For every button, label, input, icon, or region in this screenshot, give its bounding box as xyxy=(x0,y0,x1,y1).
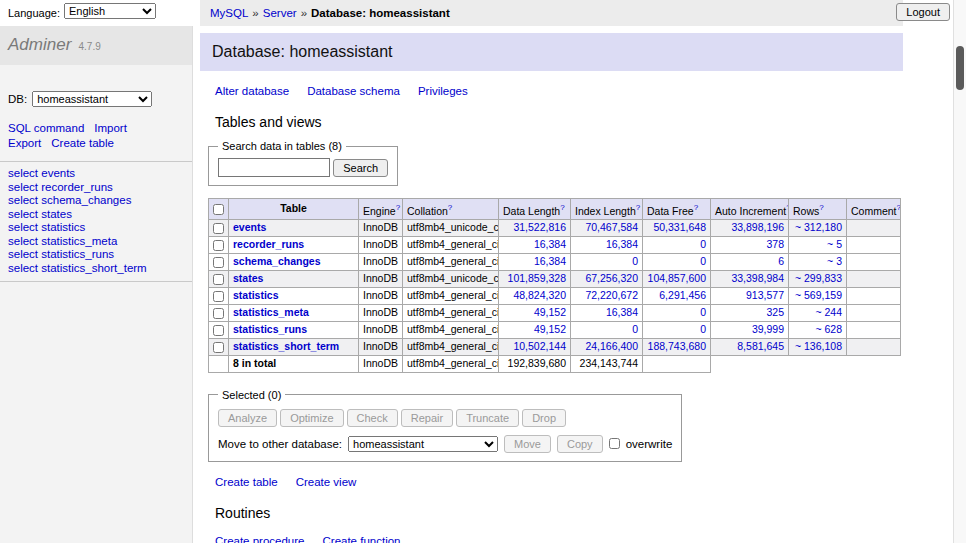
cell-data-length-link[interactable]: 16,384 xyxy=(534,255,566,267)
sidebar-item-select-recorder-runs[interactable]: select recorder_runs xyxy=(8,181,113,193)
table-link-recorder-runs[interactable]: recorder_runs xyxy=(233,238,304,250)
table-link-statistics[interactable]: statistics xyxy=(233,289,279,301)
database-schema-link[interactable]: Database schema xyxy=(307,85,400,97)
create-function-link[interactable]: Create function xyxy=(323,535,401,543)
row-checkbox-statistics[interactable] xyxy=(213,291,224,302)
select-all-checkbox[interactable] xyxy=(213,204,224,215)
table-link-schema-changes[interactable]: schema_changes xyxy=(233,255,321,267)
cell-rows-link[interactable]: ~ 136,108 xyxy=(795,340,842,352)
row-checkbox-recorder-runs[interactable] xyxy=(213,240,224,251)
cell-rows-link[interactable]: ~ 299,833 xyxy=(795,272,842,284)
cell-auto-increment-link[interactable]: 33,898,196 xyxy=(731,221,784,233)
create-table-link-sidebar[interactable]: Create table xyxy=(51,137,114,149)
cell-rows-link[interactable]: ~ 628 xyxy=(815,323,842,335)
cell-data-free-link[interactable]: 50,331,648 xyxy=(653,221,706,233)
cell-index-length-link[interactable]: 24,166,400 xyxy=(585,340,638,352)
row-checkbox-statistics-short-term[interactable] xyxy=(213,342,224,353)
row-checkbox-states[interactable] xyxy=(213,274,224,285)
table-link-states[interactable]: states xyxy=(233,272,263,284)
cell-index-length-link[interactable]: 16,384 xyxy=(606,306,638,318)
import-link[interactable]: Import xyxy=(94,122,127,134)
breadcrumb-server-link[interactable]: Server xyxy=(263,7,297,19)
cell-index-length-link[interactable]: 0 xyxy=(632,255,638,267)
move-db-select[interactable]: homeassistant xyxy=(348,436,498,452)
alter-database-link[interactable]: Alter database xyxy=(215,85,289,97)
overwrite-checkbox[interactable] xyxy=(609,438,620,449)
sidebar-item-select-statistics-runs[interactable]: select statistics_runs xyxy=(8,248,114,260)
table-link-statistics-runs[interactable]: statistics_runs xyxy=(233,323,307,335)
cell-data-length-link[interactable]: 49,152 xyxy=(534,306,566,318)
search-button[interactable]: Search xyxy=(333,159,388,177)
cell-index-length-link[interactable]: 16,384 xyxy=(606,238,638,250)
cell-auto-increment-link[interactable]: 378 xyxy=(766,238,784,250)
row-checkbox-statistics-runs[interactable] xyxy=(213,325,224,336)
drop-button[interactable]: Drop xyxy=(522,409,566,427)
help-marker[interactable]: ? xyxy=(448,203,452,212)
logout-button[interactable]: Logout xyxy=(896,3,950,21)
help-marker[interactable]: ? xyxy=(819,203,823,212)
cell-rows-link[interactable]: ~ 312,180 xyxy=(795,221,842,233)
cell-data-free-link[interactable]: 0 xyxy=(700,306,706,318)
repair-button[interactable]: Repair xyxy=(401,409,453,427)
search-input[interactable] xyxy=(218,158,330,177)
sidebar-item-select-states[interactable]: select states xyxy=(8,208,72,220)
scrollbar[interactable] xyxy=(953,0,966,543)
create-procedure-link[interactable]: Create procedure xyxy=(215,535,305,543)
cell-auto-increment-link[interactable]: 33,398,984 xyxy=(731,272,784,284)
export-link[interactable]: Export xyxy=(8,137,41,149)
sidebar-item-select-statistics-short-term[interactable]: select statistics_short_term xyxy=(8,262,147,274)
sidebar-item-select-events[interactable]: select events xyxy=(8,167,75,179)
row-checkbox-events[interactable] xyxy=(213,223,224,234)
sql-command-link[interactable]: SQL command xyxy=(8,122,84,134)
cell-data-free-link[interactable]: 0 xyxy=(700,238,706,250)
cell-rows-link[interactable]: ~ 3 xyxy=(827,255,842,267)
cell-auto-increment-link[interactable]: 6 xyxy=(778,255,784,267)
cell-index-length-link[interactable]: 0 xyxy=(632,323,638,335)
cell-data-free-link[interactable]: 0 xyxy=(700,323,706,335)
cell-data-length-link[interactable]: 10,502,144 xyxy=(513,340,566,352)
cell-data-length-link[interactable]: 49,152 xyxy=(534,323,566,335)
cell-data-free-link[interactable]: 0 xyxy=(700,255,706,267)
cell-data-length-link[interactable]: 16,384 xyxy=(534,238,566,250)
scrollbar-thumb[interactable] xyxy=(956,46,964,90)
cell-index-length-link[interactable]: 72,220,672 xyxy=(585,289,638,301)
sidebar-item-select-schema-changes[interactable]: select schema_changes xyxy=(8,194,131,206)
cell-index-length-link[interactable]: 67,256,320 xyxy=(585,272,638,284)
db-select[interactable]: homeassistant xyxy=(32,91,152,107)
cell-data-free-link[interactable]: 104,857,600 xyxy=(648,272,706,284)
truncate-button[interactable]: Truncate xyxy=(456,409,519,427)
table-link-statistics-meta[interactable]: statistics_meta xyxy=(233,306,309,318)
cell-data-length-link[interactable]: 101,859,328 xyxy=(508,272,566,284)
breadcrumb-mysql-link[interactable]: MySQL xyxy=(210,7,248,19)
create-view-link[interactable]: Create view xyxy=(296,476,357,488)
sidebar-item-select-statistics[interactable]: select statistics xyxy=(8,221,85,233)
cell-auto-increment-link[interactable]: 913,577 xyxy=(746,289,784,301)
cell-data-free-link[interactable]: 6,291,456 xyxy=(659,289,706,301)
help-marker[interactable]: ? xyxy=(560,203,564,212)
cell-auto-increment-link[interactable]: 325 xyxy=(766,306,784,318)
table-link-events[interactable]: events xyxy=(233,221,266,233)
optimize-button[interactable]: Optimize xyxy=(280,409,343,427)
move-button[interactable]: Move xyxy=(504,435,551,453)
analyze-button[interactable]: Analyze xyxy=(218,409,277,427)
cell-rows-link[interactable]: ~ 244 xyxy=(815,306,842,318)
cell-rows-link[interactable]: ~ 569,159 xyxy=(795,289,842,301)
create-table-link[interactable]: Create table xyxy=(215,476,278,488)
adminer-logo[interactable]: Adminer xyxy=(8,35,71,54)
cell-rows-link[interactable]: ~ 5 xyxy=(827,238,842,250)
check-button[interactable]: Check xyxy=(347,409,398,427)
cell-auto-increment-link[interactable]: 8,581,645 xyxy=(737,340,784,352)
help-marker[interactable]: ? xyxy=(694,203,698,212)
privileges-link[interactable]: Privileges xyxy=(418,85,468,97)
cell-index-length-link[interactable]: 70,467,584 xyxy=(585,221,638,233)
copy-button[interactable]: Copy xyxy=(557,435,603,453)
cell-auto-increment-link[interactable]: 39,999 xyxy=(752,323,784,335)
row-checkbox-schema-changes[interactable] xyxy=(213,257,224,268)
sidebar-item-select-statistics-meta[interactable]: select statistics_meta xyxy=(8,235,117,247)
table-link-statistics-short-term[interactable]: statistics_short_term xyxy=(233,340,339,352)
help-marker[interactable]: ? xyxy=(396,203,400,212)
cell-data-free-link[interactable]: 188,743,680 xyxy=(648,340,706,352)
cell-data-length-link[interactable]: 31,522,816 xyxy=(513,221,566,233)
row-checkbox-statistics-meta[interactable] xyxy=(213,308,224,319)
language-select[interactable]: English xyxy=(64,3,156,19)
